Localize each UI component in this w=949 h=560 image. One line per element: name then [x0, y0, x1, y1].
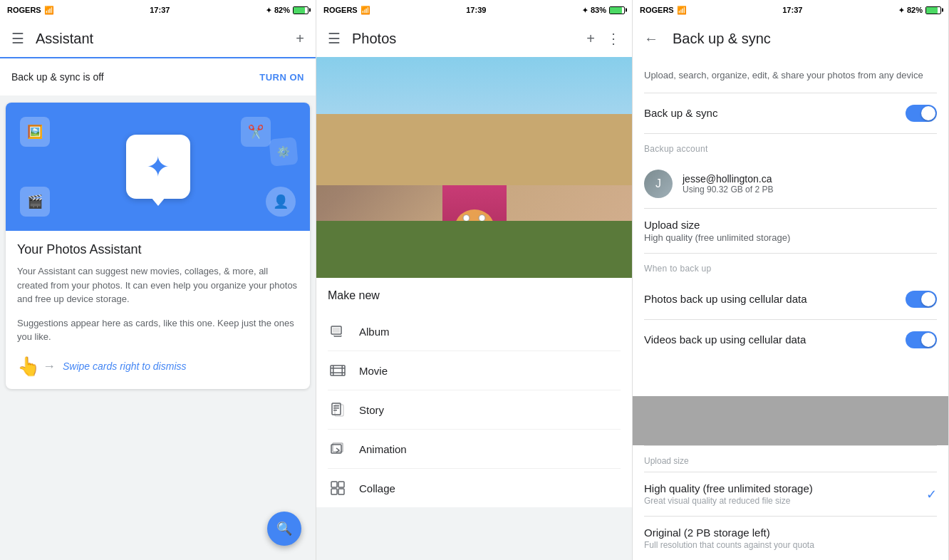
search-fab[interactable]: 🔍 [267, 512, 301, 546]
top-bar-p1: ☰ Assistant + [0, 20, 316, 57]
high-quality-option[interactable]: High quality (free unlimited storage) Gr… [633, 472, 948, 516]
svg-rect-17 [331, 482, 337, 487]
more-icon-p2[interactable]: ⋮ [606, 30, 621, 47]
make-new-movie[interactable]: Movie [328, 351, 621, 390]
carrier-label-p3: ROGERS [640, 6, 674, 14]
high-quality-desc: Great visual quality at reduced file siz… [644, 496, 937, 506]
battery-fill-p2 [610, 7, 622, 14]
backup-sync-label: Back up & sync [644, 107, 717, 119]
hamburger-icon[interactable]: ☰ [11, 30, 24, 47]
turn-on-button[interactable]: TURN ON [259, 72, 304, 83]
svg-rect-20 [338, 489, 344, 494]
story-icon [328, 400, 348, 420]
high-quality-check: ✓ [926, 487, 937, 502]
assistant-card-desc: Your Assistant can suggest new movies, c… [17, 264, 299, 306]
photos-cellular-label: Photos back up using cellular data [644, 293, 807, 305]
backup-account-section: Backup account [633, 134, 948, 160]
assistant-card-image: 🖼️ ✂️ ⚙️ 🎬 👤 ✦ [6, 103, 310, 231]
swipe-arrow: 👆 → [17, 356, 56, 378]
make-new-list: Album Movie [328, 312, 621, 507]
floating-icon-person: 👤 [266, 187, 296, 217]
battery-label-p1: 82% [274, 6, 290, 14]
wifi-icon-p1: 📶 [44, 6, 54, 15]
make-new-title: Make new [328, 289, 621, 302]
bottom-sheet-section-label: Upload size [633, 446, 948, 472]
page-title-p2: Photos [352, 31, 575, 47]
backup-sync-row[interactable]: Back up & sync [633, 93, 948, 133]
make-new-section: Make new Album [316, 278, 632, 507]
upload-size-row[interactable]: Upload size High quality (free unlimited… [633, 209, 948, 253]
svg-rect-1 [333, 328, 340, 333]
high-quality-content: High quality (free unlimited storage) Gr… [633, 472, 948, 516]
original-option[interactable]: Original (2 PB storage left) Full resolu… [633, 517, 948, 560]
status-bar-panel1: ROGERS 📶 17:37 ✦ 82% [0, 0, 316, 20]
floating-icon-settings: ⚙️ [269, 137, 298, 166]
settings-desc: Upload, search, organize, edit, & share … [633, 57, 948, 93]
wifi-icon-p3: 📶 [677, 6, 687, 15]
toggle-knob-1 [921, 106, 935, 120]
arrow-right-icon: → [43, 359, 56, 374]
assistant-card-body: Your Photos Assistant Your Assistant can… [6, 231, 310, 389]
album-icon [328, 321, 348, 341]
battery-icon-p3 [925, 6, 941, 14]
make-new-animation[interactable]: Animation [328, 430, 621, 469]
assistant-card-title: Your Photos Assistant [17, 242, 299, 257]
assistant-content: Back up & sync is off TURN ON 🖼️ ✂️ ⚙️ 🎬… [0, 58, 316, 560]
back-button[interactable]: ← [644, 31, 658, 47]
original-desc: Full resolution that counts against your… [644, 540, 937, 550]
story-label: Story [359, 404, 384, 416]
add-icon-p2[interactable]: + [586, 31, 595, 47]
status-left-p2: ROGERS 📶 [323, 6, 370, 15]
search-icon: 🔍 [276, 521, 292, 536]
battery-fill-p1 [294, 7, 305, 14]
photos-cellular-row[interactable]: Photos back up using cellular data [633, 279, 948, 319]
top-bar-p2: ☰ Photos + ⋮ [316, 20, 632, 57]
photos-cellular-toggle[interactable] [906, 291, 937, 308]
svg-rect-12 [333, 408, 339, 409]
svg-rect-9 [342, 365, 343, 375]
add-icon-p1[interactable]: + [296, 31, 304, 47]
movie-icon [328, 361, 348, 380]
swipe-hint: 👆 → Swipe cards right to dismiss [17, 356, 299, 378]
page-title-p3: Back up & sync [673, 31, 937, 47]
high-quality-label: High quality (free unlimited storage) [644, 482, 937, 494]
make-new-collage[interactable]: Collage [328, 469, 621, 507]
status-bar-panel2: ROGERS 📶 17:39 ✦ 83% [316, 0, 632, 20]
carrier-label-p1: ROGERS [7, 6, 41, 14]
assistant-card-hint: Suggestions appear here as cards, like t… [17, 316, 299, 344]
bottom-sheet: Upload size High quality (free unlimited… [633, 445, 948, 560]
original-content: Original (2 PB storage left) Full resolu… [633, 517, 948, 560]
time-p3: 17:37 [782, 6, 802, 14]
toggle-knob-2 [921, 292, 935, 306]
bluetooth-icon-p2: ✦ [582, 6, 588, 14]
collage-icon [328, 478, 348, 498]
assistant-card: 🖼️ ✂️ ⚙️ 🎬 👤 ✦ Your Photos Assistant You… [6, 103, 310, 389]
photos-content: Make new Album [316, 57, 632, 560]
backup-sync-toggle[interactable] [906, 105, 937, 122]
status-left-p3: ROGERS 📶 [640, 6, 687, 15]
status-bar-panel3: ROGERS 📶 17:37 ✦ 82% [633, 0, 948, 20]
main-photo [316, 57, 632, 278]
videos-cellular-row[interactable]: Videos back up using cellular data [633, 320, 948, 360]
floating-icon-film: 🎬 [20, 187, 50, 217]
time-p1: 17:37 [150, 6, 170, 14]
original-label: Original (2 PB storage left) [644, 527, 937, 539]
account-storage: Using 90.32 GB of 2 PB [683, 185, 773, 195]
battery-label-p3: 82% [907, 6, 923, 14]
account-email: jesse@hollington.ca [683, 173, 773, 185]
backup-notice: Back up & sync is off TURN ON [0, 58, 316, 95]
backup-notice-text: Back up & sync is off [11, 71, 104, 83]
page-title-p1: Assistant [36, 31, 284, 47]
movie-label: Movie [359, 365, 388, 377]
make-new-story[interactable]: Story [328, 390, 621, 430]
toggle-knob-3 [921, 333, 935, 347]
hamburger-icon-p2[interactable]: ☰ [328, 30, 341, 47]
battery-icon-p1 [293, 6, 308, 14]
videos-cellular-label: Videos back up using cellular data [644, 333, 806, 346]
account-row[interactable]: J jesse@hollington.ca Using 90.32 GB of … [633, 160, 948, 208]
make-new-album[interactable]: Album [328, 312, 621, 351]
floating-icon-photos: 🖼️ [20, 117, 50, 147]
house-bg [316, 114, 632, 185]
videos-cellular-toggle[interactable] [906, 331, 937, 348]
svg-rect-8 [333, 365, 334, 375]
